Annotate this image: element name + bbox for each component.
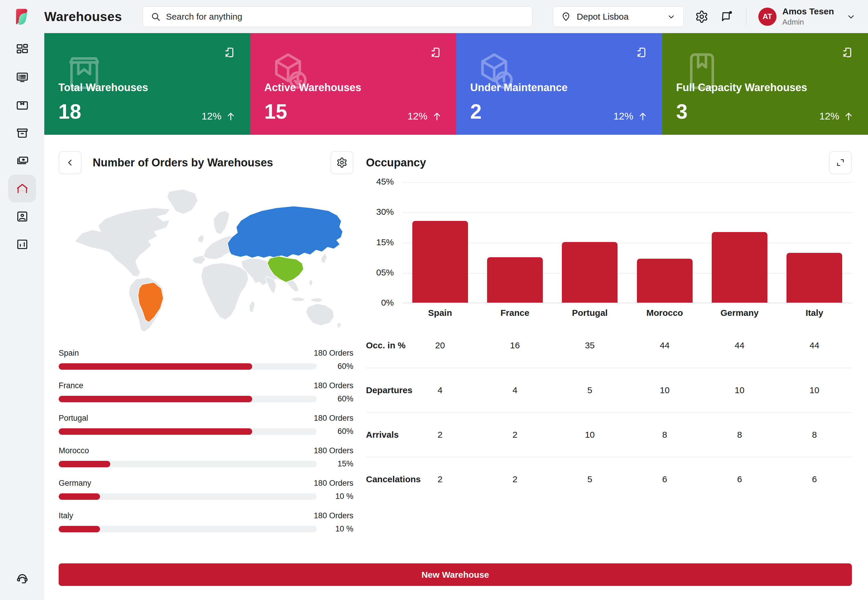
map-indonesia: [290, 297, 306, 301]
country-name: France: [59, 381, 83, 390]
y-axis-tick: 0%: [366, 298, 394, 308]
occupancy-panel-title: Occupancy: [366, 156, 426, 169]
map-indonesia-east: [310, 298, 324, 302]
stat-card-value: 3: [676, 102, 688, 122]
occupancy-bar-italy: [786, 253, 842, 303]
country-orders-list: Spain 180 Orders 60% France 180 Orders 6…: [59, 347, 353, 533]
x-axis-label: France: [477, 308, 552, 321]
table-row-values: 201635444444: [403, 341, 852, 350]
sidebar-item-payments[interactable]: [8, 147, 36, 174]
table-cell: 10: [702, 385, 777, 395]
country-progress-fill: [59, 461, 110, 467]
search-input[interactable]: [166, 12, 524, 22]
location-selector[interactable]: Depot Lisboa: [553, 6, 684, 27]
sidebar-item-orders[interactable]: [8, 63, 36, 91]
country-percent: 60%: [317, 427, 353, 436]
sidebar-item-dashboard[interactable]: [8, 35, 36, 63]
gridline: [403, 182, 852, 183]
main-area: Total Warehouses 18 12%: [44, 33, 868, 600]
country-progress-fill: [59, 526, 100, 532]
new-warehouse-button[interactable]: New Warehouse: [59, 564, 852, 586]
arrow-up-icon: [844, 111, 854, 121]
stat-card-value: 2: [470, 102, 482, 122]
gridline: [403, 273, 852, 274]
country-orders: 180 Orders: [314, 381, 353, 390]
topbar-divider: [746, 8, 746, 26]
gear-icon: [695, 10, 708, 23]
country-orders: 180 Orders: [314, 446, 353, 455]
table-cell: 44: [702, 341, 777, 350]
export-file-icon: [841, 46, 854, 59]
location-label: Depot Lisboa: [577, 12, 661, 22]
user-menu[interactable]: AT Amos Tesen Admin: [759, 6, 856, 27]
table-cell: 10: [627, 385, 702, 395]
sidebar-item-reports[interactable]: [8, 230, 36, 258]
map-japan: [321, 253, 327, 264]
list-screen-icon: [15, 71, 29, 84]
table-row: Departures 445101010: [366, 368, 852, 412]
export-button[interactable]: [635, 46, 648, 60]
bar-chart-icon: [15, 238, 29, 251]
app-logo[interactable]: [0, 7, 44, 26]
country-percent: 10 %: [317, 524, 353, 533]
y-axis-tick: 45%: [366, 177, 394, 186]
stat-card-delta: 12%: [407, 111, 442, 122]
table-cell: 44: [777, 341, 852, 350]
country-progress-track: [59, 396, 317, 402]
table-cell: 4: [403, 385, 477, 395]
chevron-down-icon: [846, 12, 856, 21]
orders-settings-button[interactable]: [330, 151, 353, 174]
export-button[interactable]: [841, 46, 854, 60]
x-axis-label: Spain: [403, 308, 477, 321]
country-row: France 180 Orders 60%: [59, 380, 353, 403]
feedback-button[interactable]: [720, 10, 733, 23]
search-icon: [151, 12, 161, 22]
expand-button[interactable]: [829, 151, 852, 174]
occupancy-table: Occ. in % 201635444444 Departures 445101…: [366, 323, 852, 501]
settings-button[interactable]: [695, 10, 708, 23]
country-progress-track: [59, 526, 317, 532]
arrow-up-icon: [432, 111, 442, 121]
country-progress-fill: [59, 363, 252, 370]
back-button[interactable]: [59, 151, 82, 174]
table-row: Arrivals 2210888: [366, 412, 852, 457]
table-cell: 10: [777, 385, 852, 395]
country-progress-track: [59, 461, 317, 467]
y-axis-tick: 30%: [366, 207, 394, 217]
table-cell: 2: [477, 474, 552, 484]
sidebar-item-contacts[interactable]: [8, 202, 36, 230]
stat-card-total-warehouses: Total Warehouses 18 12%: [44, 33, 250, 135]
gridline: [403, 212, 852, 213]
table-cell: 6: [627, 474, 702, 484]
orders-panel-title: Number of Orders by Warehouses: [93, 156, 273, 169]
box-alert-icon: [473, 48, 520, 95]
map-country-russia: [228, 206, 343, 258]
package-icon: [15, 98, 29, 112]
table-cell: 10: [552, 430, 627, 440]
export-button[interactable]: [223, 46, 236, 60]
stat-card-active-warehouses: Active Warehouses 15 12%: [250, 33, 456, 135]
contact-card-icon: [15, 210, 29, 223]
table-cell: 5: [552, 474, 627, 484]
sidebar-item-support[interactable]: [8, 565, 36, 592]
map-new-zealand: [337, 322, 341, 329]
map-greenland: [167, 189, 198, 214]
export-button[interactable]: [429, 46, 442, 60]
world-map: [59, 183, 353, 334]
support-headset-icon: [15, 572, 29, 585]
sidebar-item-warehouses[interactable]: [8, 174, 36, 202]
country-percent: 10 %: [317, 492, 353, 501]
table-row-values: 225666: [403, 474, 852, 484]
country-name: Spain: [59, 348, 79, 358]
x-axis-labels: SpainFrancePortugalMoroccoGermanyItaly: [403, 308, 852, 321]
country-row: Italy 180 Orders 10 %: [59, 510, 353, 533]
stat-card-delta: 12%: [819, 111, 854, 122]
table-cell: 44: [627, 341, 702, 350]
map-north-america: [75, 208, 170, 277]
sidebar-item-archive[interactable]: [8, 119, 36, 147]
map-uk: [198, 234, 204, 243]
occupancy-bar-germany: [712, 232, 768, 303]
country-orders: 180 Orders: [314, 511, 353, 520]
sidebar-item-products[interactable]: [8, 91, 36, 119]
table-row-label: Cancelations: [366, 474, 421, 484]
